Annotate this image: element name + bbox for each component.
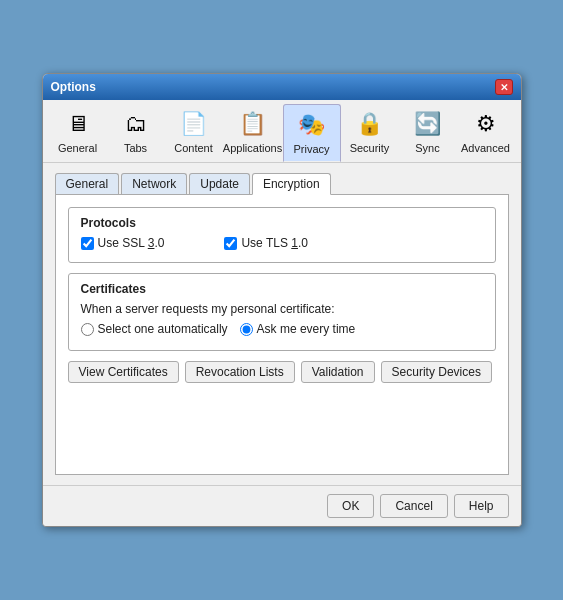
revocation-lists-button[interactable]: Revocation Lists	[185, 361, 295, 383]
action-buttons: View Certificates Revocation Lists Valid…	[68, 361, 496, 383]
ok-button[interactable]: OK	[327, 494, 374, 518]
tab-encryption[interactable]: Encryption	[252, 173, 331, 195]
toolbar-item-privacy[interactable]: Privacy	[283, 104, 341, 162]
security-devices-button[interactable]: Security Devices	[381, 361, 492, 383]
cert-description: When a server requests my personal certi…	[81, 302, 483, 316]
toolbar-label-privacy: Privacy	[293, 143, 329, 155]
cert-radio-row: Select one automatically Ask me every ti…	[81, 322, 483, 336]
toolbar-item-sync[interactable]: Sync	[399, 104, 457, 162]
tab-general[interactable]: General	[55, 173, 120, 194]
general-icon	[62, 108, 94, 140]
toolbar-label-sync: Sync	[415, 142, 439, 154]
footer: OK Cancel Help	[43, 485, 521, 526]
toolbar-label-general: General	[58, 142, 97, 154]
window-title: Options	[51, 80, 96, 94]
toolbar-item-tabs[interactable]: Tabs	[107, 104, 165, 162]
toolbar-label-tabs: Tabs	[124, 142, 147, 154]
privacy-icon	[296, 109, 328, 141]
radio-auto-text: Select one automatically	[98, 322, 228, 336]
protocols-section: Protocols Use SSL 3.0 Use TLS 1.0	[68, 207, 496, 263]
radio-ask-text: Ask me every time	[257, 322, 356, 336]
close-button[interactable]: ✕	[495, 79, 513, 95]
toolbar-item-general[interactable]: General	[49, 104, 107, 162]
tls-checkbox[interactable]	[224, 237, 237, 250]
tabs-icon	[120, 108, 152, 140]
radio-auto[interactable]	[81, 323, 94, 336]
toolbar-label-advanced: Advanced	[461, 142, 510, 154]
main-content: General Network Update Encryption Protoc…	[43, 163, 521, 485]
advanced-icon	[470, 108, 502, 140]
protocols-title: Protocols	[81, 216, 483, 230]
toolbar-label-security: Security	[350, 142, 390, 154]
certificates-title: Certificates	[81, 282, 483, 296]
applications-icon	[237, 108, 269, 140]
toolbar-item-security[interactable]: Security	[341, 104, 399, 162]
ssl-checkbox[interactable]	[81, 237, 94, 250]
ssl-checkbox-label[interactable]: Use SSL 3.0	[81, 236, 165, 250]
cancel-button[interactable]: Cancel	[380, 494, 447, 518]
radio-auto-label[interactable]: Select one automatically	[81, 322, 228, 336]
protocols-checkboxes: Use SSL 3.0 Use TLS 1.0	[81, 236, 483, 250]
security-icon	[354, 108, 386, 140]
tls-checkbox-label[interactable]: Use TLS 1.0	[224, 236, 308, 250]
toolbar: General Tabs Content Applications Privac…	[43, 100, 521, 163]
tabs-bar: General Network Update Encryption	[55, 173, 509, 195]
title-bar: Options ✕	[43, 74, 521, 100]
radio-ask[interactable]	[240, 323, 253, 336]
tab-content-encryption: Protocols Use SSL 3.0 Use TLS 1.0 Certif…	[55, 195, 509, 475]
toolbar-item-content[interactable]: Content	[165, 104, 223, 162]
view-certificates-button[interactable]: View Certificates	[68, 361, 179, 383]
tab-update[interactable]: Update	[189, 173, 250, 194]
tls-label: Use TLS 1.0	[241, 236, 308, 250]
toolbar-item-applications[interactable]: Applications	[223, 104, 283, 162]
content-icon	[178, 108, 210, 140]
toolbar-item-advanced[interactable]: Advanced	[457, 104, 515, 162]
toolbar-label-applications: Applications	[223, 142, 282, 154]
toolbar-label-content: Content	[174, 142, 213, 154]
ssl-label: Use SSL 3.0	[98, 236, 165, 250]
tab-network[interactable]: Network	[121, 173, 187, 194]
validation-button[interactable]: Validation	[301, 361, 375, 383]
options-window: Options ✕ General Tabs Content Applicati…	[42, 73, 522, 527]
sync-icon	[412, 108, 444, 140]
certificates-section: Certificates When a server requests my p…	[68, 273, 496, 351]
radio-ask-label[interactable]: Ask me every time	[240, 322, 356, 336]
help-button[interactable]: Help	[454, 494, 509, 518]
